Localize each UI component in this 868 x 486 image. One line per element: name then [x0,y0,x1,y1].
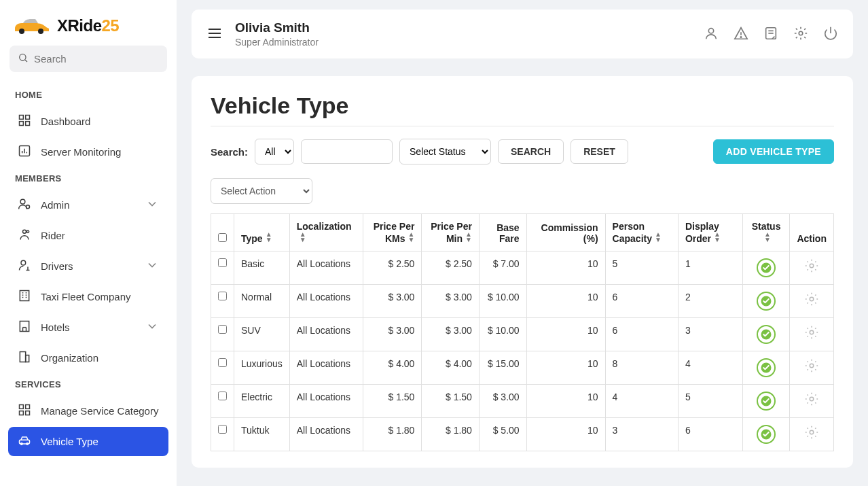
svg-point-14 [23,230,26,233]
cell-localization: All Locations [289,418,363,451]
table-row: ElectricAll Locations$ 1.50$ 1.50$ 3.001… [211,385,834,418]
add-vehicle-type-button[interactable]: ADD VEHICLE TYPE [713,139,834,164]
row-checkbox[interactable] [218,358,227,367]
cell-ppmin: $ 3.00 [422,318,480,351]
table-header-price-per-kms[interactable]: Price Per KMs▲▼ [363,214,422,251]
svg-point-0 [19,29,24,34]
svg-point-15 [26,230,29,232]
table-header-selectall[interactable] [211,214,234,251]
row-checkbox[interactable] [218,258,227,267]
cell-ppmin: $ 4.00 [422,351,480,385]
row-action-gear-icon[interactable] [804,258,819,273]
svg-rect-7 [26,122,30,126]
sidebar-item-hotels[interactable]: Hotels [8,313,168,342]
row-action-gear-icon[interactable] [804,425,819,440]
search-text-input[interactable] [301,139,393,164]
sidebar-item-taxi-fleet[interactable]: Taxi Fleet Company [8,282,168,311]
gear-icon[interactable] [793,26,808,43]
note-icon[interactable] [763,26,778,43]
cell-ppmin: $ 1.80 [422,418,480,451]
table-header-commission[interactable]: Commission (%) [526,214,605,251]
status-active-icon[interactable] [757,425,776,444]
svg-point-59 [810,430,814,434]
cell-order: 4 [678,351,742,385]
bulk-action-select[interactable]: Select Action [211,178,312,204]
svg-rect-4 [20,116,24,120]
row-checkbox[interactable] [218,325,227,334]
person-icon[interactable] [704,26,719,43]
status-active-icon[interactable] [757,358,776,377]
status-select[interactable]: Select Status [399,139,491,164]
cell-capacity: 8 [605,351,678,385]
sidebar-item-admin[interactable]: Admin [8,190,168,220]
row-action-gear-icon[interactable] [804,325,819,340]
svg-rect-24 [20,322,29,332]
cell-localization: All Locations [289,318,363,351]
sidebar-item-rider[interactable]: Rider [8,221,168,250]
power-icon[interactable] [823,26,838,43]
user-block: Olivia Smith Super Administrator [235,20,691,48]
cell-order: 3 [678,318,742,351]
cell-ppmin: $ 1.50 [422,385,480,418]
table-header-base-fare[interactable]: Base Fare [479,214,526,251]
search-row: Search: All Select Status SEARCH RESET A… [211,139,834,164]
table-row: LuxuriousAll Locations$ 4.00$ 4.00$ 15.0… [211,351,834,385]
warning-icon[interactable] [734,26,748,43]
sidebar-item-drivers[interactable]: Drivers [8,251,168,281]
rider-icon [18,228,31,243]
cell-order: 2 [678,285,742,318]
drivers-icon [18,258,31,274]
cell-capacity: 6 [605,318,678,351]
sidebar-search[interactable] [10,46,167,72]
row-action-gear-icon[interactable] [804,292,819,307]
sidebar-item-vehicle-type[interactable]: Vehicle Type [8,427,168,456]
search-field-select[interactable]: All [255,139,294,164]
svg-rect-33 [26,411,30,415]
sidebar-item-dashboard[interactable]: Dashboard [8,107,168,136]
status-active-icon[interactable] [757,292,776,311]
table-header-status[interactable]: Status▲▼ [742,214,790,251]
table-header-capacity[interactable]: Person Capacity▲▼ [605,214,678,251]
th-label: Person Capacity [613,221,652,244]
select-all-checkbox[interactable] [218,233,227,242]
sidebar-item-manage-service-category[interactable]: Manage Service Category [8,396,168,426]
sort-icon: ▲▼ [266,232,272,243]
cell-capacity: 5 [605,251,678,285]
section-home: HOME [5,84,171,105]
table-header-type[interactable]: Type▲▼ [234,214,290,251]
row-action-gear-icon[interactable] [804,392,819,406]
cell-type: Luxurious [234,351,290,385]
sidebar-item-label: Manage Service Category [41,405,158,417]
row-checkbox[interactable] [218,425,227,434]
svg-point-2 [20,54,26,60]
status-active-icon[interactable] [757,392,776,411]
svg-rect-6 [20,122,24,126]
search-button[interactable]: SEARCH [498,139,564,164]
table-row: BasicAll Locations$ 2.50$ 2.50$ 7.001051 [211,251,834,285]
status-active-icon[interactable] [757,258,776,277]
sidebar-item-server-monitoring[interactable]: Server Monitoring [8,137,168,167]
cell-ppmin: $ 2.50 [422,251,480,285]
svg-rect-28 [20,352,25,362]
organization-icon [18,350,31,366]
row-checkbox[interactable] [218,392,227,400]
table-header-price-per-min[interactable]: Price Per Min▲▼ [422,214,480,251]
sort-icon: ▲▼ [465,232,472,243]
sidebar-item-organization[interactable]: Organization [8,343,168,372]
brand-logo[interactable]: XRide25 [5,10,171,46]
taxi-icon [18,434,31,449]
search-label: Search: [211,146,248,158]
sidebar-search-input[interactable] [34,53,159,65]
table-header-localization[interactable]: Localization▲▼ [289,214,363,251]
row-action-gear-icon[interactable] [804,358,819,373]
chevron-down-icon [145,258,159,274]
brand-text: XRide25 [57,16,119,35]
user-name: Olivia Smith [235,20,691,35]
svg-point-13 [26,205,30,209]
reset-button[interactable]: RESET [571,139,628,164]
section-members: MEMBERS [5,168,171,189]
hamburger-icon[interactable] [206,25,223,44]
status-active-icon[interactable] [757,325,776,344]
row-checkbox[interactable] [218,292,227,300]
table-header-display-order[interactable]: Display Order▲▼ [678,214,742,251]
